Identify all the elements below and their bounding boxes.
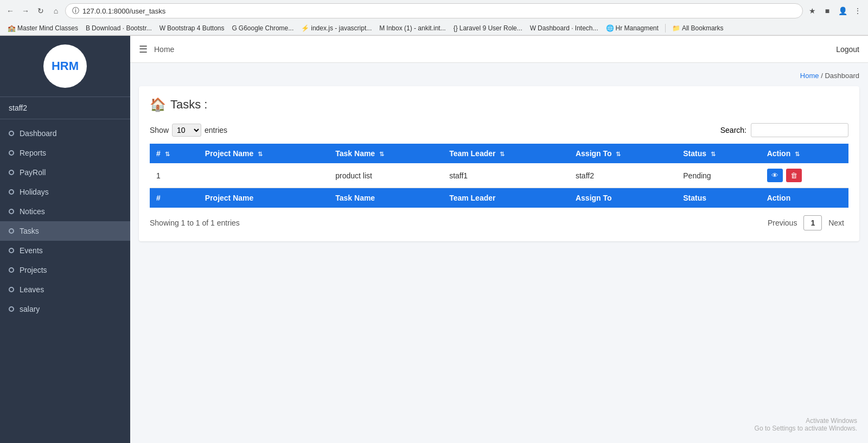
bookmark-item[interactable]: {} Laravel 9 User Role... <box>450 23 526 33</box>
previous-button[interactable]: Previous <box>763 216 801 230</box>
bookmark-item[interactable]: W Dashboard · Intech... <box>527 23 602 33</box>
sidebar-item-dashboard[interactable]: Dashboard <box>0 124 130 143</box>
bookmark-item[interactable]: M Inbox (1) - ankit.int... <box>376 23 449 33</box>
sidebar-item-notices[interactable]: Notices <box>0 202 130 221</box>
footer-status: Status <box>676 188 760 208</box>
breadcrumb-current: Dashboard <box>825 72 859 80</box>
bookmark-item[interactable]: W Bootstrap 4 Buttons <box>156 23 228 33</box>
topbar-breadcrumb: Home <box>154 45 174 54</box>
header-#[interactable]: # ⇅ <box>150 144 199 163</box>
table-body: 1product liststaff1staff2Pending 👁 🗑 <box>150 163 848 188</box>
nav-dot <box>9 170 14 175</box>
nav-label: Holidays <box>20 188 49 196</box>
header-assign-to[interactable]: Assign To ⇅ <box>569 144 676 163</box>
extension-button[interactable]: ■ <box>821 5 833 17</box>
bookmark-item[interactable]: B Download · Bootstr... <box>82 23 155 33</box>
nav-dot <box>9 150 14 156</box>
back-button[interactable]: ← <box>4 5 16 17</box>
table-cell-project-name <box>199 163 329 188</box>
nav-label: PayRoll <box>20 168 46 177</box>
topbar-left: ☰ Home <box>139 43 174 55</box>
action-buttons: 👁 🗑 <box>767 169 842 182</box>
nav-dot <box>9 267 14 273</box>
footer-task-name: Task Name <box>329 188 443 208</box>
sidebar-user: staff2 <box>0 97 130 119</box>
bookmark-item[interactable]: 🏫 Master Mind Classes <box>4 23 81 33</box>
entries-select[interactable]: 102550100 <box>172 124 201 137</box>
sidebar-item-tasks[interactable]: Tasks <box>0 221 130 241</box>
tasks-card: 🏠 Tasks : Show 102550100 entries Search: <box>139 86 859 241</box>
entries-label: entries <box>205 126 227 134</box>
table-cell-#: 1 <box>150 163 199 188</box>
browser-toolbar: ← → ↻ ⌂ ⓘ 127.0.0.1:8000/user_tasks ★ ■ … <box>0 0 868 22</box>
nav-label: Reports <box>20 149 46 157</box>
bookmark-item[interactable]: 🌐 Hr Managment <box>603 23 662 33</box>
breadcrumb-home[interactable]: Home <box>800 72 819 80</box>
bookmark-item[interactable]: G G6oogle Chrome... <box>229 23 297 33</box>
home-button[interactable]: ⌂ <box>50 5 62 17</box>
table-cell-team-leader: staff1 <box>443 163 569 188</box>
page-1-button[interactable]: 1 <box>803 215 822 230</box>
nav-label: Notices <box>20 207 45 216</box>
bookmark-item[interactable]: 📁 All Bookmarks <box>669 23 727 33</box>
show-label: Show <box>150 126 169 134</box>
page-content: Home / Dashboard 🏠 Tasks : Show 10255010… <box>130 63 868 443</box>
pagination-controls: Previous 1 Next <box>763 215 848 230</box>
forward-button[interactable]: → <box>20 5 31 17</box>
sidebar-item-holidays[interactable]: Holidays <box>0 182 130 202</box>
bookmark-button[interactable]: ★ <box>806 5 818 17</box>
sidebar-item-events[interactable]: Events <box>0 241 130 260</box>
nav-dot <box>9 209 14 214</box>
url-text: 127.0.0.1:8000/user_tasks <box>82 7 165 15</box>
sidebar-item-salary[interactable]: salary <box>0 299 130 319</box>
delete-button[interactable]: 🗑 <box>786 169 802 182</box>
sidebar-item-projects[interactable]: Projects <box>0 260 130 280</box>
nav-label: Tasks <box>20 227 39 235</box>
menu-button[interactable]: ⋮ <box>852 5 864 17</box>
nav-label: Leaves <box>20 285 44 294</box>
secure-icon: ⓘ <box>72 6 79 16</box>
sidebar-logo: HRM <box>0 36 130 97</box>
showing-text: Showing 1 to 1 of 1 entries <box>150 219 240 227</box>
refresh-button[interactable]: ↻ <box>35 5 47 17</box>
bookmarks-bar: 🏫 Master Mind ClassesB Download · Bootst… <box>0 22 868 35</box>
header-action[interactable]: Action ⇅ <box>761 144 848 163</box>
activate-windows: Activate Windows Go to Settings to activ… <box>755 417 857 432</box>
header-project-name[interactable]: Project Name ⇅ <box>199 144 329 163</box>
nav-dot <box>9 287 14 292</box>
table-controls: Show 102550100 entries Search: <box>150 123 848 137</box>
logout-button[interactable]: Logout <box>836 45 859 54</box>
breadcrumb: Home / Dashboard <box>139 72 859 80</box>
bookmark-item[interactable]: ⚡ index.js - javascript... <box>298 23 375 33</box>
pagination-area: Showing 1 to 1 of 1 entries Previous 1 N… <box>150 215 848 230</box>
browser-chrome: ← → ↻ ⌂ ⓘ 127.0.0.1:8000/user_tasks ★ ■ … <box>0 0 868 36</box>
address-bar[interactable]: ⓘ 127.0.0.1:8000/user_tasks <box>65 3 803 18</box>
table-cell-assign-to: staff2 <box>569 163 676 188</box>
search-input[interactable] <box>751 123 848 137</box>
activate-line2: Go to Settings to activate Windows. <box>755 425 857 432</box>
nav-label: Projects <box>20 266 47 274</box>
header-task-name[interactable]: Task Name ⇅ <box>329 144 443 163</box>
sidebar-item-payroll[interactable]: PayRoll <box>0 163 130 182</box>
header-team-leader[interactable]: Team Leader ⇅ <box>443 144 569 163</box>
nav-dot <box>9 189 14 195</box>
table-header: # ⇅Project Name ⇅Task Name ⇅Team Leader … <box>150 144 848 163</box>
table-footer: #Project NameTask NameTeam LeaderAssign … <box>150 188 848 208</box>
show-entries: Show 102550100 entries <box>150 124 227 137</box>
sidebar-item-leaves[interactable]: Leaves <box>0 280 130 299</box>
sidebar-nav: DashboardReportsPayRollHolidaysNoticesTa… <box>0 119 130 323</box>
main-content: ☰ Home Logout Home / Dashboard 🏠 Tasks :… <box>130 36 868 443</box>
nav-dot <box>9 248 14 253</box>
nav-label: Dashboard <box>20 129 57 138</box>
next-button[interactable]: Next <box>824 216 848 230</box>
page-title-area: 🏠 Tasks : <box>150 97 848 112</box>
sidebar-item-reports[interactable]: Reports <box>0 143 130 163</box>
profile-button[interactable]: 👤 <box>837 5 848 17</box>
hamburger-icon[interactable]: ☰ <box>139 43 148 55</box>
footer-row: #Project NameTask NameTeam LeaderAssign … <box>150 188 848 208</box>
footer-#: # <box>150 188 199 208</box>
header-status[interactable]: Status ⇅ <box>676 144 760 163</box>
view-button[interactable]: 👁 <box>767 169 783 182</box>
nav-label: Events <box>20 246 43 255</box>
page-title: Tasks : <box>170 98 207 112</box>
